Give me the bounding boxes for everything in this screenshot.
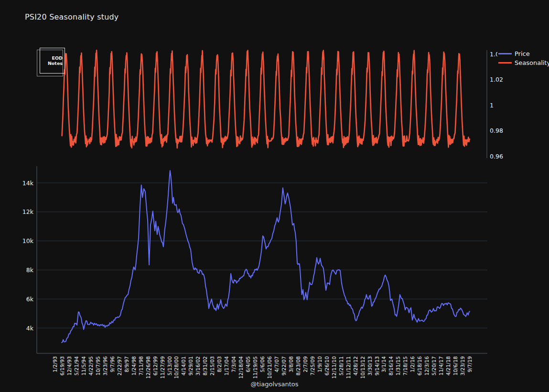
seasonality-line-swatch-icon [498,62,512,64]
date-tick-label: 4/14/01 [181,356,186,375]
date-tick-label: 10/7/95 [95,356,101,375]
seasonality-y-tick-label: 0.98 [490,127,503,134]
date-tick-label: 11/5/94 [81,356,86,376]
date-tick-label: 9/14/13 [374,356,380,375]
date-tick-label: 10/6/18 [452,356,458,375]
date-tick-label: 7/3/04 [231,356,237,372]
date-tick-label: 2/15/03 [209,356,215,375]
date-tick-label: 11/12/11 [345,356,351,379]
legend-item-seasonality[interactable]: Seasonality [498,58,549,67]
price-line-series[interactable] [62,170,470,342]
date-tick-label: 8/16/14 [388,356,394,376]
date-tick-label: 10/28/00 [173,356,179,379]
date-tick-label: 7/25/09 [310,356,315,375]
date-tick-label: 5/21/94 [74,356,79,376]
legend: Price Seasonality [497,49,549,68]
date-tick-label: 9/29/01 [188,356,194,375]
date-tick-label: 12/4/93 [66,356,72,375]
seasonality-y-tick-label: 1 [490,102,494,109]
date-tick-label: 3/16/02 [195,356,201,375]
date-tick-label: 5/20/17 [431,356,437,375]
seasonality-line-series[interactable] [62,50,470,148]
date-tick-label: 12/18/04 [238,356,244,379]
date-tick-label: 1/2/93 [52,356,58,372]
date-tick-label: 9/7/19 [467,356,473,372]
date-tick-label: 10/13/12 [360,356,366,379]
date-tick-label: 2/7/09 [302,356,308,372]
date-tick-label: 3/23/19 [460,356,465,375]
chart-page: PSI20 Seasonality study 14k12k10k8k6k4k1… [0,0,549,392]
price-y-tick-label: 4k [26,325,34,332]
date-tick-label: 12/26/98 [145,356,151,379]
seasonality-y-tick-label: 1.02 [490,76,503,83]
date-tick-label: 3/1/14 [381,356,387,372]
logo-text-line1: EOD [52,55,63,61]
date-tick-label: 8/23/08 [295,356,301,375]
date-tick-label: 6/18/16 [417,356,422,376]
date-tick-label: 11/27/99 [160,356,165,379]
price-line-swatch-icon [498,53,512,54]
date-tick-label: 8/31/02 [202,356,208,375]
date-tick-label: 5/28/11 [338,356,344,375]
logo-text-line2: Notes [48,61,63,66]
date-tick-label: 8/2/03 [216,356,222,372]
price-y-tick-label: 8k [26,266,34,274]
legend-label-seasonality: Seasonality [515,59,549,66]
date-tick-label: 6/19/93 [59,356,65,375]
price-y-tick-label: 12k [22,208,34,215]
date-tick-label: 10/21/06 [267,356,272,379]
date-tick-label: 1/9/10 [317,356,323,372]
date-tick-label: 3/30/13 [367,356,373,375]
eod-notes-logo: EOD Notes [35,46,69,80]
date-tick-label: 11/4/17 [438,356,444,375]
date-tick-label: 4/28/12 [353,356,358,375]
price-y-tick-label: 14k [22,180,34,187]
legend-label-price: Price [515,50,530,57]
date-tick-label: 11/19/05 [252,356,258,379]
date-tick-label: 3/23/96 [102,356,108,376]
logo-box-front-icon: EOD Notes [40,48,65,74]
date-tick-label: 2/22/97 [117,356,122,375]
date-tick-label: 7/11/98 [138,356,144,375]
price-y-tick-label: 6k [26,296,34,303]
date-tick-label: 12/3/16 [424,356,430,376]
date-tick-label: 4/7/07 [274,356,280,372]
date-tick-label: 9/22/07 [281,356,287,375]
date-tick-label: 3/8/08 [288,356,294,372]
date-tick-label: 8/9/97 [124,356,129,372]
date-tick-label: 6/26/10 [324,356,330,375]
date-tick-label: 1/24/98 [131,356,137,375]
author-watermark: @tiagolvsantos [0,381,549,388]
date-tick-label: 4/21/18 [445,356,451,375]
date-tick-label: 5/6/06 [259,356,265,372]
date-tick-label: 1/17/04 [224,356,229,376]
seasonality-y-tick-label: 0.96 [490,153,503,160]
date-tick-label: 7/18/15 [402,356,408,375]
date-tick-label: 1/2/16 [409,356,415,372]
legend-item-price[interactable]: Price [498,49,549,58]
date-tick-label: 6/4/05 [245,356,251,372]
date-tick-label: 4/22/95 [88,356,94,375]
date-tick-label: 12/11/10 [331,356,337,379]
price-y-tick-label: 10k [22,237,34,244]
date-tick-label: 9/7/96 [109,356,115,372]
plot-canvas[interactable]: 14k12k10k8k6k4k1/2/936/19/9312/4/935/21/… [0,0,549,392]
date-tick-label: 6/12/99 [152,356,158,375]
date-tick-label: 1/31/15 [395,356,401,375]
date-tick-label: 5/13/00 [167,356,172,375]
